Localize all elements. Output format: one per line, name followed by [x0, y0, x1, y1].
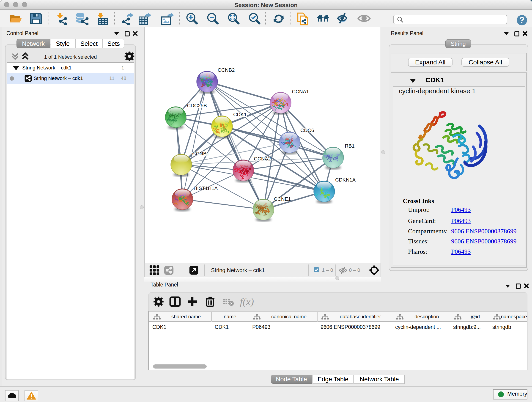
svg-text:CCNA2: CCNA2: [254, 156, 271, 162]
svg-text:RB1: RB1: [345, 143, 355, 149]
svg-text:CCNB1: CCNB1: [192, 151, 209, 157]
svg-text:?: ?: [519, 15, 525, 25]
svg-text:CDC6: CDC6: [300, 128, 314, 133]
svg-text:CDK1: CDK1: [233, 112, 247, 117]
svg-text:CDC25B: CDC25B: [187, 103, 207, 108]
svg-text:CDKN1A: CDKN1A: [335, 177, 356, 183]
svg-text:CCNE1: CCNE1: [274, 196, 291, 202]
svg-text:HIST1H1A: HIST1H1A: [194, 185, 218, 191]
svg-text:CCNA1: CCNA1: [292, 89, 309, 95]
svg-text:CCNB2: CCNB2: [218, 67, 235, 73]
